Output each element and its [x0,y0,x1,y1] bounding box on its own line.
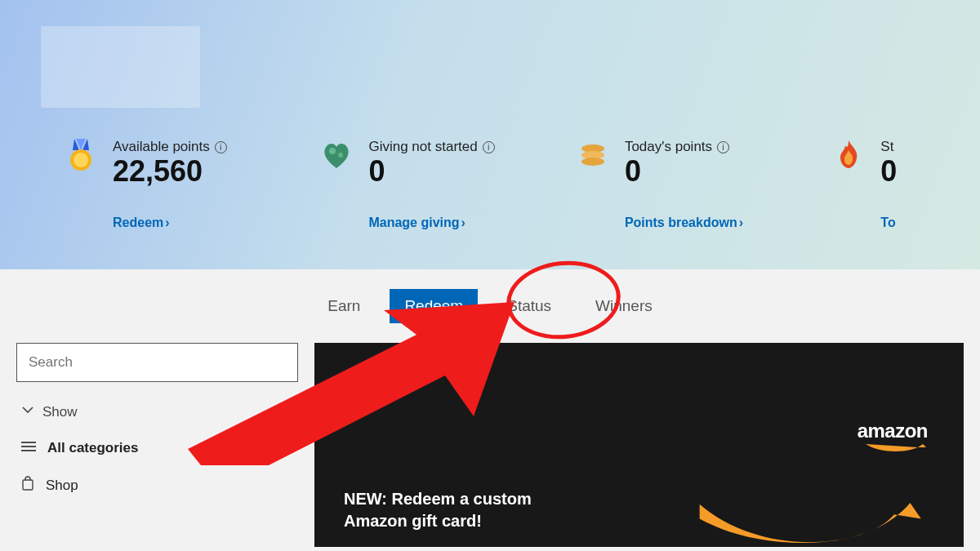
svg-point-6 [581,158,604,166]
tab-bar: Earn Redeem Status Winners [0,269,980,343]
tab-redeem[interactable]: Redeem [390,289,478,323]
stat-link-text: Points breakdown [625,216,737,230]
shopping-bag-icon [21,476,34,495]
stat-streak: St 0 To [831,139,980,230]
heart-globe-icon [319,139,354,173]
stat-link-text: Manage giving [368,216,459,230]
content-area: Show All categories Shop amazon NEW: Red… [0,343,980,547]
medal-icon [64,139,98,173]
amazon-swoosh-icon [678,490,939,547]
chevron-right-icon: › [739,216,743,230]
manage-giving-link[interactable]: Manage giving › [368,216,494,230]
tab-earn[interactable]: Earn [313,289,375,323]
category-all[interactable]: All categories [16,440,298,456]
svg-rect-10 [23,480,33,490]
svg-point-2 [329,148,336,154]
amazon-logo: amazon [858,420,928,442]
show-label: Show [42,404,78,420]
info-icon[interactable]: i [215,141,227,153]
sidebar: Show All categories Shop [16,343,298,547]
svg-point-3 [338,153,343,158]
stat-giving: Giving not started i 0 Manage giving › [319,139,575,230]
list-icon [21,440,36,456]
stat-label: Available points [113,139,210,155]
flame-icon [831,139,866,173]
info-icon[interactable]: i [717,141,729,153]
stat-value: 0 [368,155,494,188]
category-shop[interactable]: Shop [16,476,298,495]
stat-row: Available points i 22,560 Redeem › [0,139,980,230]
promo-card-amazon[interactable]: amazon NEW: Redeem a custom Amazon gift … [314,343,964,547]
points-breakdown-link[interactable]: Points breakdown › [625,216,743,230]
promo-title: NEW: Redeem a custom Amazon gift card! [344,488,556,532]
stat-available-points: Available points i 22,560 Redeem › [64,139,319,230]
info-icon[interactable]: i [483,141,495,153]
category-label: All categories [47,440,139,456]
coins-icon [576,139,610,173]
redeem-link[interactable]: Redeem › [113,216,227,230]
chevron-right-icon: › [165,216,169,230]
stat-value: 22,560 [113,155,227,188]
stat-value: 0 [625,155,743,188]
stat-label: Today's points [625,139,712,155]
chevron-down-icon [21,403,34,420]
show-toggle[interactable]: Show [16,403,298,420]
stat-link-text: Redeem [113,216,163,230]
stat-link-text: To [880,216,895,230]
streak-link[interactable]: To [880,216,897,230]
stat-value: 0 [880,155,897,188]
search-input[interactable] [16,343,298,382]
profile-placeholder [41,26,200,108]
stat-label: St [880,139,893,155]
stat-today: Today's points i 0 Points breakdown › [576,139,831,230]
tab-winners[interactable]: Winners [581,289,667,323]
svg-point-1 [74,153,88,167]
hero-banner: Available points i 22,560 Redeem › [0,0,980,269]
amazon-smile-icon [864,442,928,454]
chevron-right-icon: › [461,216,466,230]
category-label: Shop [46,478,78,494]
stat-label: Giving not started [368,139,477,155]
tab-status[interactable]: Status [492,289,566,323]
